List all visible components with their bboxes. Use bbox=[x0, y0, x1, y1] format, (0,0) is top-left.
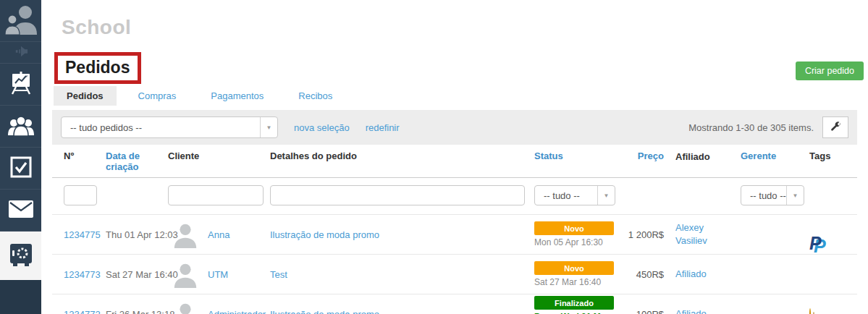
app-title: School bbox=[62, 16, 131, 39]
manager-filter-select[interactable]: -- tudo -- ▼ bbox=[741, 185, 804, 205]
client-avatar bbox=[172, 260, 199, 288]
showing-count-text: Mostrando 1-30 de 305 items. bbox=[688, 122, 814, 133]
sidebar-item-tasks[interactable] bbox=[0, 148, 41, 190]
col-header-client: Cliente bbox=[168, 150, 270, 172]
order-details-link[interactable]: Ilustração de moda promo bbox=[270, 229, 379, 240]
client-filter-input[interactable] bbox=[168, 185, 264, 205]
order-id-link[interactable]: 1234775 bbox=[64, 229, 101, 240]
checkbox-check-icon bbox=[10, 156, 32, 180]
orders-filter-value: -- tudo pedidos -- bbox=[62, 117, 260, 137]
order-price: 450R$ bbox=[619, 269, 668, 280]
gold-coin-icon bbox=[809, 308, 811, 314]
easel-chart-icon bbox=[9, 71, 33, 98]
status-filter-select[interactable]: -- tudo -- ▼ bbox=[534, 185, 615, 205]
status-date: Sat 27 Mar 16:40 bbox=[534, 277, 619, 287]
people-group-icon bbox=[8, 114, 34, 138]
chevron-down-icon: ▼ bbox=[260, 117, 277, 137]
status-date: Mon 05 Apr 16:30 bbox=[534, 237, 619, 247]
reset-link[interactable]: redefinir bbox=[366, 122, 400, 133]
status-filter-value: -- tudo -- bbox=[535, 186, 597, 205]
wrench-icon bbox=[830, 121, 841, 135]
table-filter-row: -- tudo -- ▼ -- tudo -- ▼ bbox=[52, 178, 857, 215]
col-header-id: Nº bbox=[52, 150, 106, 172]
order-created: Thu 01 Apr 12:03 bbox=[106, 229, 168, 240]
annotation-red-box: Pedidos bbox=[54, 52, 141, 84]
create-order-button[interactable]: Criar pedido bbox=[796, 61, 864, 80]
id-filter-input[interactable] bbox=[64, 185, 97, 205]
col-header-status-sort[interactable]: Status bbox=[534, 150, 619, 172]
col-header-affiliate: Afiliado bbox=[668, 150, 733, 172]
client-avatar bbox=[172, 221, 199, 248]
col-header-manager-sort[interactable]: Gerente bbox=[733, 150, 796, 172]
orders-table: Nº Data de criação Cliente Detalhes do p… bbox=[52, 145, 857, 314]
sidebar-item-reports[interactable] bbox=[0, 64, 41, 106]
col-header-tags: Tags bbox=[796, 150, 857, 172]
order-price: 1 200R$ bbox=[619, 229, 668, 240]
page-title: Pedidos bbox=[65, 58, 130, 77]
users-avatar-icon bbox=[5, 4, 37, 37]
table-row: 1234772 Fri 26 Mar 13:18 Administrador I… bbox=[52, 294, 857, 314]
tab-pagamentos[interactable]: Pagamentos bbox=[198, 86, 277, 106]
manager-filter-value: -- tudo -- bbox=[741, 186, 786, 205]
order-id-link[interactable]: 1234772 bbox=[64, 309, 101, 314]
client-name-link[interactable]: UTM bbox=[208, 269, 228, 280]
new-selection-link[interactable]: nova seleção bbox=[294, 122, 350, 133]
chevron-down-icon: ▼ bbox=[597, 186, 615, 205]
table-row: 1234773 Sat 27 Mar 16:40 UTM Test Novo S… bbox=[52, 255, 857, 294]
table-row: 1234775 Thu 01 Apr 12:03 Anna Ilustração… bbox=[52, 215, 857, 255]
sidebar-item-mail[interactable] bbox=[0, 190, 41, 232]
tab-pedidos[interactable]: Pedidos bbox=[54, 86, 117, 106]
client-name-link[interactable]: Anna bbox=[208, 229, 229, 240]
client-name-link[interactable]: Administrador bbox=[208, 309, 266, 314]
sidebar bbox=[0, 0, 41, 314]
client-avatar bbox=[172, 300, 199, 314]
col-header-price-sort[interactable]: Preço bbox=[619, 150, 668, 172]
envelope-icon bbox=[9, 200, 33, 220]
table-settings-button[interactable] bbox=[822, 116, 848, 138]
sidebar-item-profile[interactable] bbox=[0, 0, 41, 42]
main-content: School Pedidos Criar pedido Pedidos Comp… bbox=[41, 0, 868, 314]
sidebar-item-users[interactable] bbox=[0, 106, 41, 148]
affiliate-link[interactable]: Alexey Vasiliev bbox=[675, 221, 720, 247]
sidebar-footer bbox=[0, 280, 41, 314]
order-created: Fri 26 Mar 13:18 bbox=[106, 309, 168, 314]
orders-filter-select[interactable]: -- tudo pedidos -- ▼ bbox=[61, 116, 278, 138]
affiliate-link[interactable]: Afiliado bbox=[675, 268, 707, 281]
table-header-row: Nº Data de criação Cliente Detalhes do p… bbox=[52, 145, 857, 178]
sidebar-item-announcements[interactable] bbox=[0, 42, 41, 64]
tab-recibos[interactable]: Recibos bbox=[285, 86, 345, 106]
order-details-link[interactable]: Ilustração de moda promo bbox=[270, 309, 379, 314]
sidebar-item-finance-active[interactable] bbox=[0, 232, 41, 280]
order-id-link[interactable]: 1234773 bbox=[64, 269, 101, 280]
status-badge: Novo bbox=[534, 221, 614, 235]
col-header-created-sort[interactable]: Data de criação bbox=[106, 150, 168, 172]
order-price: 100R$ bbox=[619, 309, 668, 314]
details-filter-input[interactable] bbox=[270, 185, 525, 205]
tab-bar: Pedidos Compras Pagamentos Recibos bbox=[54, 86, 345, 106]
status-badge: Finalizado bbox=[534, 296, 614, 310]
order-created: Sat 27 Mar 16:40 bbox=[106, 269, 168, 280]
col-header-details: Detalhes do pedido bbox=[270, 150, 534, 172]
order-details-link[interactable]: Test bbox=[270, 269, 287, 280]
speaker-icon bbox=[13, 45, 29, 60]
filter-bar: -- tudo pedidos -- ▼ nova seleção redefi… bbox=[52, 110, 857, 145]
safe-vault-icon bbox=[8, 242, 34, 269]
status-badge: Novo bbox=[534, 261, 614, 275]
affiliate-link[interactable]: Afiliado bbox=[675, 307, 707, 314]
tab-compras[interactable]: Compras bbox=[125, 86, 190, 106]
